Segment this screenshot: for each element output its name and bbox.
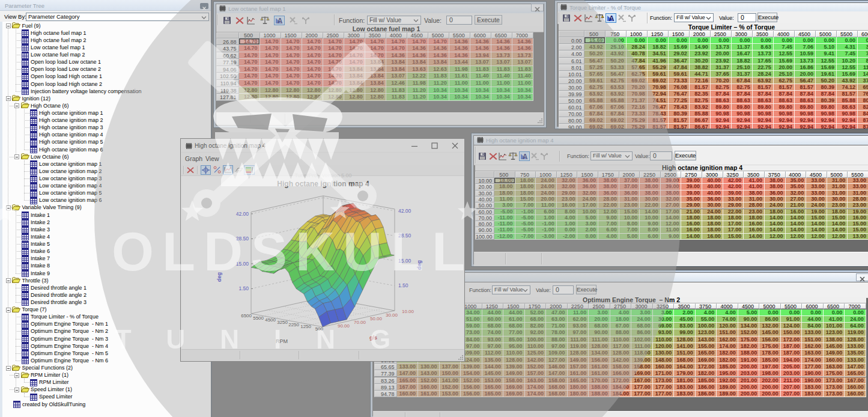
svg-text:28.50: 28.50 xyxy=(236,236,249,242)
svg-text:1250: 1250 xyxy=(300,324,311,329)
svg-text:A: A xyxy=(523,153,528,161)
svg-text:15.00: 15.00 xyxy=(236,261,249,267)
svg-text:28.50: 28.50 xyxy=(398,233,411,239)
svg-text:15.00: 15.00 xyxy=(398,258,411,264)
svg-text:g/s: g/s xyxy=(369,335,377,341)
svg-text:RPM: RPM xyxy=(276,338,288,344)
svg-text:1.50: 1.50 xyxy=(238,285,249,291)
svg-text:42.00: 42.00 xyxy=(398,208,411,214)
svg-text:3250: 3250 xyxy=(277,320,288,325)
svg-text:500: 500 xyxy=(315,326,324,332)
svg-text:5500: 5500 xyxy=(253,315,264,321)
svg-text:deg: deg xyxy=(216,272,222,282)
svg-text:deg: deg xyxy=(416,260,422,270)
svg-text:4500: 4500 xyxy=(265,317,276,323)
svg-text:A: A xyxy=(278,17,283,25)
svg-text:10.00: 10.00 xyxy=(402,309,414,314)
svg-text:90.00: 90.00 xyxy=(338,323,350,329)
svg-text:70.00: 70.00 xyxy=(354,320,366,325)
svg-text:6500: 6500 xyxy=(241,313,252,318)
svg-text:30.00: 30.00 xyxy=(386,312,398,318)
svg-text:42.00: 42.00 xyxy=(236,211,249,217)
svg-text:A: A xyxy=(609,14,615,23)
svg-text:50.00: 50.00 xyxy=(370,316,383,321)
svg-text:2250: 2250 xyxy=(288,322,299,327)
svg-text:1.50: 1.50 xyxy=(398,282,408,288)
